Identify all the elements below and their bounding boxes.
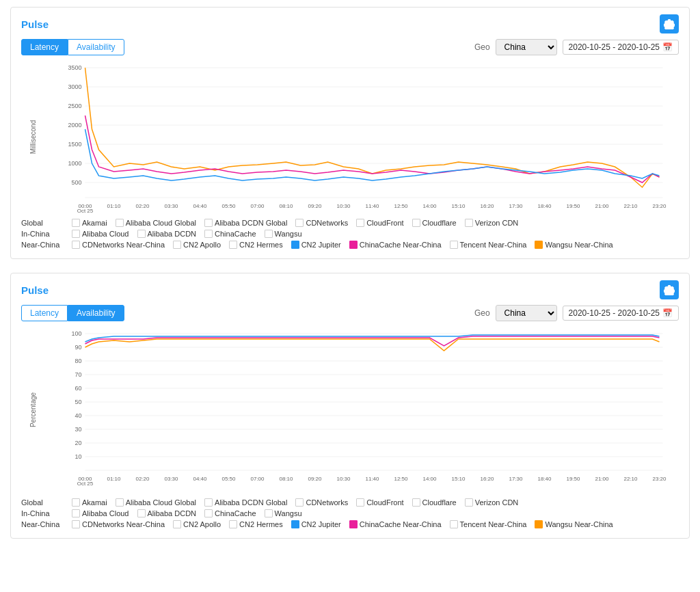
legend-check-alibaba-cloud-global-2[interactable] (116, 498, 124, 507)
legend-item-verizon-2[interactable]: Verizon CDN (465, 498, 519, 507)
legend-item-cn2-hermes-2[interactable]: CN2 Hermes (229, 520, 283, 528)
legend-item-wangsu-2[interactable]: Wangsu (265, 509, 302, 517)
legend-check-cn2-jupiter-2[interactable] (291, 520, 299, 528)
geo-select-2[interactable]: China (496, 305, 557, 321)
legend-item-tencent-nc-2[interactable]: Tencent Near-China (450, 520, 527, 528)
legend-check-tencent-nc-2[interactable] (450, 520, 458, 528)
legend-check-alibaba-dcdn-global-2[interactable] (204, 498, 213, 507)
svg-text:17:30: 17:30 (509, 203, 523, 209)
legend-item-alibaba-cloud-2[interactable]: Alibaba Cloud (72, 509, 129, 517)
legend-item-alibaba-cloud-global-1[interactable]: Alibaba Cloud Global (116, 219, 196, 227)
legend-check-verizon-1[interactable] (465, 219, 473, 227)
legend-item-verizon-1[interactable]: Verizon CDN (465, 219, 519, 227)
legend-item-wangsu-1[interactable]: Wangsu (265, 230, 302, 238)
legend-item-akamai-2[interactable]: Akamai (72, 498, 107, 507)
svg-text:08:10: 08:10 (279, 476, 293, 482)
legend-section-2: Global Akamai Alibaba Cloud Global Aliba… (21, 498, 679, 528)
legend-category-global-2: Global (21, 498, 69, 507)
legend-item-wangsu-nc-2[interactable]: Wangsu Near-China (535, 520, 612, 528)
gear-button-1[interactable] (660, 14, 679, 33)
svg-text:1500: 1500 (68, 141, 81, 148)
calendar-icon-1: 📅 (662, 42, 673, 52)
legend-check-alibaba-cloud-1[interactable] (72, 230, 80, 238)
legend-item-tencent-nc-1[interactable]: Tencent Near-China (450, 241, 527, 249)
geo-select-1[interactable]: China (496, 39, 557, 55)
legend-check-wangsu-1[interactable] (265, 230, 273, 238)
legend-check-cn2-jupiter-1[interactable] (291, 241, 299, 249)
legend-check-tencent-nc-1[interactable] (450, 241, 458, 249)
tab-availability-1[interactable]: Availability (68, 39, 124, 55)
legend-check-cdnetworks-nc-1[interactable] (72, 241, 80, 249)
legend-check-cloudflare-2[interactable] (412, 498, 420, 507)
svg-text:50: 50 (75, 399, 81, 405)
legend-check-cdnetworks-1[interactable] (295, 219, 304, 227)
legend-item-cn2-hermes-1[interactable]: CN2 Hermes (229, 241, 283, 249)
legend-item-alibaba-cloud-global-2[interactable]: Alibaba Cloud Global (116, 498, 196, 507)
legend-check-cn2-apollo-1[interactable] (173, 241, 181, 249)
legend-item-cdnetworks-nc-2[interactable]: CDNetworks Near-China (72, 520, 165, 528)
legend-item-alibaba-dcdn-global-2[interactable]: Alibaba DCDN Global (204, 498, 287, 507)
legend-item-alibaba-dcdn-1[interactable]: Alibaba DCDN (137, 230, 197, 238)
tab-latency-2[interactable]: Latency (21, 305, 68, 321)
widget-title-2: Pulse (21, 284, 49, 296)
y-label-container-2: Percentage (21, 327, 45, 493)
legend-check-cdnetworks-nc-2[interactable] (72, 520, 80, 528)
legend-item-cdnetworks-nc-1[interactable]: CDNetworks Near-China (72, 241, 165, 249)
legend-check-cloudfront-1[interactable] (356, 219, 364, 227)
legend-check-alibaba-dcdn-2[interactable] (137, 509, 146, 517)
legend-item-cloudflare-2[interactable]: Cloudflare (412, 498, 457, 507)
svg-text:11:40: 11:40 (365, 203, 379, 209)
legend-item-akamai-1[interactable]: Akamai (72, 219, 107, 227)
legend-item-chinacache-nc-1[interactable]: ChinaCache Near-China (349, 241, 442, 249)
date-range-2[interactable]: 2020-10-25 - 2020-10-25 📅 (563, 306, 679, 321)
legend-item-cn2-apollo-1[interactable]: CN2 Apollo (173, 241, 221, 249)
legend-check-wangsu-nc-2[interactable] (535, 520, 543, 528)
tab-availability-2[interactable]: Availability (68, 305, 124, 321)
legend-item-cn2-jupiter-2[interactable]: CN2 Jupiter (291, 520, 341, 528)
legend-check-verizon-2[interactable] (465, 498, 473, 507)
pulse-widget-1: Pulse Latency Availability Geo China 202… (10, 7, 690, 259)
legend-item-cdnetworks-1[interactable]: CDNetworks (295, 219, 348, 227)
svg-text:01:10: 01:10 (107, 203, 121, 209)
legend-item-alibaba-dcdn-global-1[interactable]: Alibaba DCDN Global (204, 219, 287, 227)
legend-item-cloudfront-2[interactable]: CloudFront (356, 498, 403, 507)
legend-category-global-1: Global (21, 219, 69, 227)
legend-check-chinacache-1[interactable] (204, 230, 213, 238)
legend-check-chinacache-2[interactable] (204, 509, 213, 517)
legend-check-alibaba-cloud-global-1[interactable] (116, 219, 124, 227)
legend-check-alibaba-cloud-2[interactable] (72, 509, 80, 517)
legend-item-chinacache-1[interactable]: ChinaCache (204, 230, 256, 238)
legend-check-akamai-1[interactable] (72, 219, 80, 227)
svg-text:15:10: 15:10 (451, 203, 466, 209)
legend-item-wangsu-nc-1[interactable]: Wangsu Near-China (535, 241, 612, 249)
legend-item-cn2-apollo-2[interactable]: CN2 Apollo (173, 520, 221, 528)
legend-check-akamai-2[interactable] (72, 498, 80, 507)
legend-item-alibaba-dcdn-2[interactable]: Alibaba DCDN (137, 509, 197, 517)
legend-check-cdnetworks-2[interactable] (295, 498, 304, 507)
date-range-1[interactable]: 2020-10-25 - 2020-10-25 📅 (563, 40, 679, 55)
gear-button-2[interactable] (660, 280, 679, 299)
legend-check-alibaba-dcdn-1[interactable] (137, 230, 146, 238)
legend-check-cloudflare-1[interactable] (412, 219, 420, 227)
legend-item-alibaba-cloud-1[interactable]: Alibaba Cloud (72, 230, 129, 238)
legend-check-cn2-hermes-1[interactable] (229, 241, 237, 249)
svg-text:10:30: 10:30 (336, 476, 351, 482)
legend-check-alibaba-dcdn-global-1[interactable] (204, 219, 213, 227)
legend-check-chinacache-nc-2[interactable] (349, 520, 358, 528)
legend-item-cdnetworks-2[interactable]: CDNetworks (295, 498, 348, 507)
legend-item-cloudflare-1[interactable]: Cloudflare (412, 219, 457, 227)
legend-item-cloudfront-1[interactable]: CloudFront (356, 219, 403, 227)
legend-item-chinacache-nc-2[interactable]: ChinaCache Near-China (349, 520, 442, 528)
legend-check-cn2-hermes-2[interactable] (229, 520, 237, 528)
svg-text:09:20: 09:20 (308, 203, 322, 209)
legend-item-chinacache-2[interactable]: ChinaCache (204, 509, 256, 517)
svg-text:3500: 3500 (68, 64, 81, 71)
legend-item-cn2-jupiter-1[interactable]: CN2 Jupiter (291, 241, 341, 249)
legend-check-chinacache-nc-1[interactable] (349, 241, 358, 249)
legend-check-cloudfront-2[interactable] (356, 498, 364, 507)
svg-text:09:20: 09:20 (308, 476, 322, 482)
legend-check-wangsu-nc-1[interactable] (535, 241, 543, 249)
legend-check-cn2-apollo-2[interactable] (173, 520, 181, 528)
legend-check-wangsu-2[interactable] (265, 509, 273, 517)
tab-latency-1[interactable]: Latency (21, 39, 68, 55)
